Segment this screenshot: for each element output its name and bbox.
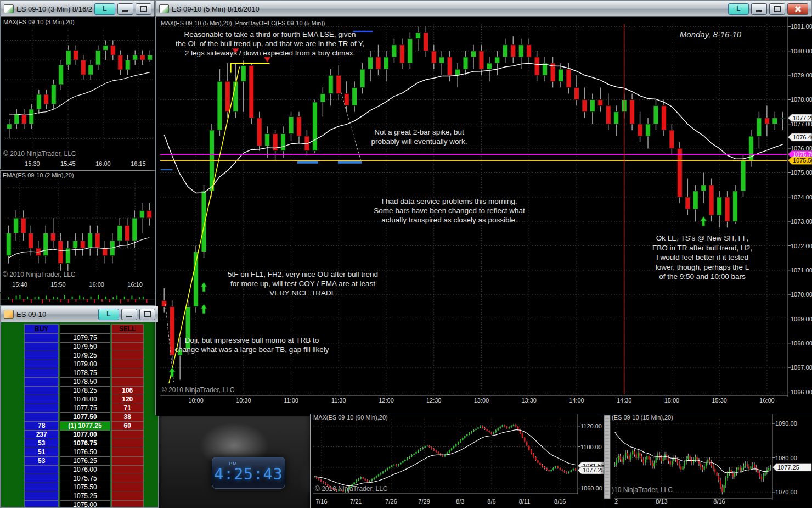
dom-sell-cell[interactable]	[111, 501, 144, 508]
dom-sell-cell[interactable]	[111, 492, 144, 501]
dom-sell-cell[interactable]: 71	[111, 404, 144, 413]
dom-sell-cell[interactable]	[111, 457, 144, 466]
dom-buy-cell[interactable]	[24, 343, 59, 351]
dom-sell-cell[interactable]	[111, 483, 144, 492]
dom-buy-cell[interactable]: 53	[24, 457, 59, 466]
chart-15min-canvas[interactable]: 28/138/161090.001080.001070.001077.25(ES…	[604, 414, 812, 508]
dom-buy-cell[interactable]: 51	[24, 448, 59, 457]
dom-sell-cell[interactable]	[111, 474, 144, 483]
dom-sell-cell[interactable]	[111, 369, 144, 378]
annotation-text[interactable]: Ok LE, TS's @ New SH, FF,FBO in TR after…	[652, 234, 752, 281]
titlebar-dom[interactable]: ES 09-10 L	[1, 306, 158, 322]
dom-buy-cell[interactable]: 237	[24, 431, 59, 439]
dom-sell-cell[interactable]: 38	[111, 413, 144, 422]
dom-sell-cell[interactable]	[111, 448, 144, 457]
dom-buy-cell[interactable]	[24, 474, 59, 483]
dom-buy-cell[interactable]	[24, 501, 59, 508]
dom-sell-cell[interactable]	[111, 351, 144, 360]
dom-ladder: BUYCENTERSELL1079.751079.501079.251079.0…	[24, 324, 144, 508]
dom-header-buy[interactable]: BUY	[24, 324, 59, 334]
dom-sell-cell[interactable]	[111, 360, 144, 369]
candle	[424, 446, 426, 448]
minimize-button[interactable]	[121, 309, 137, 320]
strip-bar	[57, 297, 58, 299]
dom-header-center[interactable]: CENTER	[60, 324, 110, 334]
candle	[14, 114, 19, 124]
maximize-button[interactable]	[139, 309, 155, 320]
candle	[590, 99, 595, 111]
minimize-button[interactable]	[117, 3, 133, 15]
annotation-text[interactable]: Doji, but impressive bull momo at TRB to…	[174, 336, 329, 354]
maximize-button[interactable]	[136, 3, 151, 15]
candle	[225, 81, 230, 111]
window-title: ES 09-10 (3 Min) 8/16/2010	[16, 5, 92, 13]
dom-buy-cell[interactable]	[24, 413, 59, 422]
candle	[21, 114, 26, 124]
x-axis-label: 16:00	[89, 281, 104, 288]
link-button[interactable]: L	[94, 3, 115, 15]
close-button[interactable]	[787, 3, 808, 15]
candle	[453, 446, 455, 449]
dom-sell-cell[interactable]: 60	[111, 422, 144, 431]
candle	[6, 233, 11, 256]
chart-5min-canvas[interactable]: 10:0010:3011:0011:3012:0012:3013:0013:30…	[156, 16, 812, 416]
dom-sell-cell[interactable]: 106	[111, 387, 144, 395]
window-grip[interactable]	[604, 415, 610, 499]
minimize-button[interactable]	[751, 3, 767, 15]
indicator-label: MAX(ES 09-10 (60 Min),20)	[313, 414, 388, 421]
dom-sell-cell[interactable]	[111, 439, 144, 448]
candle	[566, 472, 568, 473]
dom-sell-cell[interactable]	[111, 334, 144, 343]
dom-buy-cell[interactable]	[24, 395, 59, 404]
titlebar-5min[interactable]: ES 09-10 (5 Min) 8/16/2010 L	[156, 1, 811, 17]
candle	[44, 94, 49, 104]
clock-meridiem: PM	[229, 461, 238, 466]
dom-sell-cell[interactable]	[111, 431, 144, 439]
annotation-text[interactable]: Reasonable to take a third or fourth EMA…	[176, 30, 364, 57]
candle	[672, 461, 673, 465]
dom-buy-cell[interactable]	[24, 387, 59, 395]
dom-buy-cell[interactable]	[24, 334, 59, 343]
dom-buy-cell[interactable]: 53	[24, 439, 59, 448]
chart-2min-canvas[interactable]: 15:4015:5016:0016:10EMA(ES 09-10 (2 Min)…	[1, 171, 156, 293]
dom-buy-cell[interactable]	[24, 360, 59, 369]
strip-bar	[105, 297, 106, 299]
dom-sell-cell[interactable]	[111, 466, 144, 474]
candle	[170, 306, 174, 355]
dom-sell-cell[interactable]: 120	[111, 395, 144, 404]
dom-buy-cell[interactable]	[24, 351, 59, 360]
dom-buy-cell[interactable]	[24, 378, 59, 387]
dom-buy-cell[interactable]	[24, 369, 59, 378]
dom-buy-cell[interactable]	[24, 466, 59, 474]
dom-sell-cell[interactable]	[111, 343, 144, 351]
annotation-text[interactable]: 5tF on FL1, FH2, very nice OU after bull…	[228, 270, 378, 297]
chart-60min-canvas[interactable]: 7/167/217/267/298/38/68/118/161120.00110…	[311, 414, 607, 508]
candle	[704, 466, 705, 470]
candle	[420, 449, 421, 450]
link-button[interactable]: L	[728, 3, 749, 15]
strip-canvas	[1, 293, 155, 305]
dom-price-row: 2371077.00	[24, 431, 144, 439]
strip-bar	[42, 299, 43, 304]
link-button[interactable]: L	[98, 309, 119, 320]
dom-buy-cell[interactable]	[24, 404, 59, 413]
candle	[451, 448, 453, 450]
candle	[666, 454, 667, 457]
dom-sell-cell[interactable]	[111, 378, 144, 387]
annotation-text[interactable]: I had data service problems this morning…	[374, 197, 525, 224]
titlebar-3min[interactable]: ES 09-10 (3 Min) 8/16/2010 L	[1, 1, 154, 17]
dom-buy-cell[interactable]: 78	[24, 422, 59, 431]
dom-buy-cell[interactable]	[24, 483, 59, 492]
candle	[646, 124, 651, 136]
maximize-button[interactable]	[769, 3, 785, 15]
dom-header-sell[interactable]: SELL	[111, 324, 144, 334]
candle	[400, 463, 402, 465]
dom-buy-cell[interactable]	[24, 492, 59, 501]
annotation-text[interactable]: Not a great 2-bar spike, butprobably wil…	[371, 128, 467, 146]
candle	[646, 456, 647, 459]
minimized-chart-strip[interactable]	[0, 293, 155, 305]
candle	[318, 478, 320, 480]
candle	[677, 460, 678, 463]
chart-3min-canvas[interactable]: 15:3015:4516:0016:15MAX(ES 09-10 (3 Min)…	[1, 16, 156, 170]
candle	[526, 442, 528, 446]
